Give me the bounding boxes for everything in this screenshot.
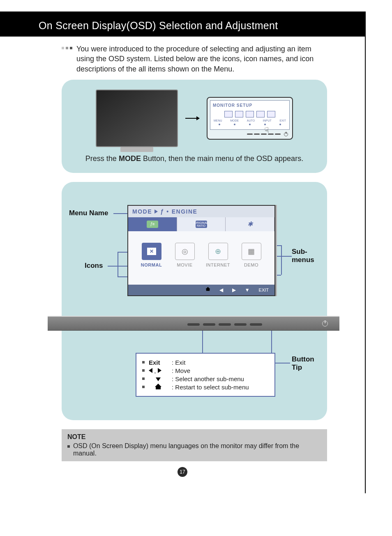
note-body: OSD (On Screen Display) menu languages o… (73, 442, 321, 457)
note-box: NOTE OSD (On Screen Display) menu langua… (62, 429, 327, 461)
nav-exit-label: EXIT (259, 288, 269, 292)
arrow-right-icon (185, 118, 199, 119)
osd-button-row (210, 130, 290, 136)
tip-row-select: : Select another sub-menu (142, 375, 269, 382)
down-arrow-icon (156, 377, 161, 381)
home-icon (156, 384, 161, 389)
mode-item-normal: ✕ NORMAL (137, 243, 166, 267)
osd-tabs: ƒ≡ ORIGINAL RATIO ✱ (128, 217, 274, 231)
tip-row-restart: : Restart to select sub-menu (142, 384, 269, 391)
callout-menu-name: Menu Name (69, 209, 108, 217)
osd-header: MODE ƒ•ENGINE (128, 206, 274, 217)
bullet-lead-icon (62, 47, 72, 49)
callout-line (118, 252, 118, 276)
page-number: 17 (178, 467, 187, 477)
callout-line (275, 275, 281, 276)
panel-bottom: Menu Name Icons Sub- menus Button Tip MO… (62, 182, 327, 420)
callout-icons: Icons (85, 262, 103, 270)
osd-popup-image: MONITOR SETUP MENU MODE AUTO INPUT EXIT (207, 97, 293, 140)
osd-popup-title: MONITOR SETUP (212, 102, 288, 109)
intro-text: You were introduced to the procedure of … (76, 44, 325, 74)
callout-line (118, 252, 128, 253)
power-icon (322, 321, 328, 327)
monitor-thumbnail-image (96, 90, 178, 147)
callout-line (281, 245, 282, 275)
tip-row-exit: Exit : Exit (142, 359, 269, 366)
intro-row: You were introduced to the procedure of … (62, 44, 325, 74)
page-title: On Screen Display(OSD) Selection and Adj… (0, 12, 365, 37)
home-icon (205, 287, 210, 293)
bullet-icon (67, 445, 70, 448)
button-tip-box: Exit : Exit , : Move : Select another su… (136, 353, 275, 397)
tip-row-move: , : Move (142, 367, 269, 374)
mode-item-demo: ▦ DEMO (237, 243, 266, 267)
callout-line (275, 256, 292, 257)
callout-line (271, 331, 272, 353)
osd-body: ✕ NORMAL ◎ MOVIE ⊕ INTERNET ▦ DEMO (128, 231, 274, 285)
note-title: NOTE (67, 433, 321, 441)
callout-button-tip: Button Tip (292, 355, 314, 372)
panel-top-caption: Press the MODE Button, then the main men… (70, 154, 319, 163)
callout-line (118, 276, 128, 277)
mode-item-internet: ⊕ INTERNET (204, 243, 233, 267)
monitor-button-strip (48, 316, 339, 331)
right-arrow-icon (158, 368, 161, 373)
down-arrow-icon: ▼ (245, 287, 250, 293)
left-arrow-icon: ◀ (219, 287, 223, 293)
osd-indicator-dots (212, 124, 288, 125)
osd-popup-icons (212, 111, 288, 117)
chevron-right-icon (154, 209, 158, 214)
callout-submenus: Sub- menus (292, 248, 314, 264)
osd-mode-screen: MODE ƒ•ENGINE ƒ≡ ORIGINAL RATIO ✱ ✕ NORM… (127, 205, 275, 296)
osd-tab-ratio: ORIGINAL RATIO (177, 217, 226, 231)
osd-tab-fengine: ƒ≡ (128, 217, 177, 231)
osd-tab-color: ✱ (226, 217, 274, 231)
panel-top: MONITOR SETUP MENU MODE AUTO INPUT EXIT (62, 80, 327, 173)
power-icon (284, 132, 288, 136)
right-arrow-icon: ▶ (232, 287, 236, 293)
callout-line (202, 331, 203, 353)
mode-item-movie: ◎ MOVIE (171, 243, 199, 267)
callout-line (275, 245, 281, 246)
osd-navbar: ◀ ▶ ▼ EXIT (128, 285, 274, 295)
osd-popup-labels: MENU MODE AUTO INPUT EXIT (212, 119, 288, 122)
left-arrow-icon (149, 368, 152, 373)
